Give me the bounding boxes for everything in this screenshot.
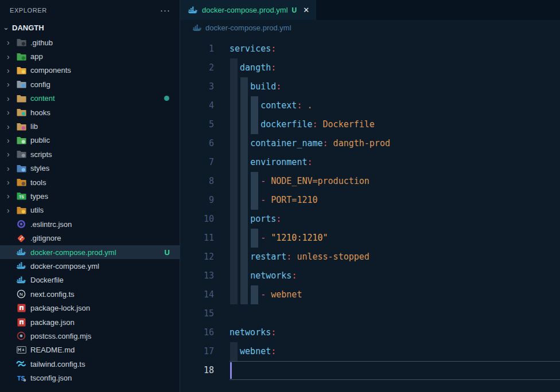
breadcrumb[interactable]: docker-compose.prod.yml xyxy=(180,20,560,36)
line-number[interactable]: 12 xyxy=(180,248,214,266)
line-text[interactable]: build: xyxy=(230,77,281,96)
tree-item-styles[interactable]: › styles xyxy=(0,162,180,175)
line-number[interactable]: 13 xyxy=(180,266,214,285)
line-number[interactable]: 16 xyxy=(180,323,214,342)
chevron-right-icon: › xyxy=(7,108,16,116)
folder-app-icon xyxy=(16,52,26,61)
code-line-16[interactable]: 16networks: xyxy=(180,323,560,342)
line-number[interactable]: 8 xyxy=(180,172,214,191)
code-line-17[interactable]: 17 webnet: xyxy=(180,342,560,361)
code-line-5[interactable]: 5 dockerfile: Dockerfile xyxy=(180,115,560,134)
close-icon[interactable]: ✕ xyxy=(303,6,309,14)
tree-item-label: README.md xyxy=(30,346,180,354)
tree-item-tailwind-config-ts[interactable]: tailwind.config.ts xyxy=(0,357,180,371)
tree-item-utils[interactable]: › utils xyxy=(0,203,180,217)
tree-item-next-config-ts[interactable]: Nnext.config.ts xyxy=(0,287,180,301)
chevron-right-icon: › xyxy=(7,53,16,61)
line-number[interactable]: 18 xyxy=(180,361,214,380)
chevron-down-icon: ⌄ xyxy=(3,23,12,32)
code-editor[interactable]: 1services:2 dangth:3 build:4 context: .5… xyxy=(180,36,560,392)
code-line-18[interactable]: 18 xyxy=(180,361,560,380)
tree-item-eslintrc-json[interactable]: .eslintrc.json xyxy=(0,217,180,231)
line-number[interactable]: 15 xyxy=(180,304,214,323)
tree-item-package-json[interactable]: package.json xyxy=(0,315,180,329)
root-folder-row[interactable]: ⌄ DANGTH xyxy=(0,21,180,35)
docker-whale-icon xyxy=(16,248,26,257)
explorer-more-actions-icon[interactable]: ··· xyxy=(160,7,170,13)
line-number[interactable]: 10 xyxy=(180,210,214,229)
line-text[interactable]: networks: xyxy=(230,266,297,285)
line-text[interactable]: services: xyxy=(230,40,276,58)
line-text[interactable]: webnet: xyxy=(230,342,276,361)
tree-item-tsconfig-json[interactable]: TStsconfig.json xyxy=(0,371,180,385)
line-number[interactable]: 5 xyxy=(180,115,214,134)
code-line-4[interactable]: 4 context: . xyxy=(180,96,560,115)
tree-item-label: docker-compose.prod.yml xyxy=(30,248,165,257)
code-line-9[interactable]: 9 - PORT=1210 xyxy=(180,191,560,210)
tree-item-docker-compose-prod-yml[interactable]: docker-compose.prod.ymlU xyxy=(0,245,180,259)
code-line-1[interactable]: 1services: xyxy=(180,40,560,58)
tree-item-readme-md[interactable]: README.md xyxy=(0,343,180,357)
folder-content-icon xyxy=(16,94,26,103)
line-text[interactable]: restart: unless-stopped xyxy=(230,248,370,266)
code-line-8[interactable]: 8 - NODE_ENV=production xyxy=(180,172,560,191)
line-number[interactable]: 6 xyxy=(180,134,214,153)
tree-item-config[interactable]: › config xyxy=(0,77,180,91)
tree-item-github[interactable]: › .github xyxy=(0,36,180,49)
tree-item-hooks[interactable]: › hooks xyxy=(0,105,180,119)
tree-item-scripts[interactable]: › scripts xyxy=(0,147,180,161)
tree-item-label: types xyxy=(30,192,180,201)
line-number[interactable]: 2 xyxy=(180,58,214,77)
line-text[interactable]: - webnet xyxy=(230,285,302,304)
line-number[interactable]: 14 xyxy=(180,285,214,304)
code-line-6[interactable]: 6 container_name: dangth-prod xyxy=(180,134,560,153)
tree-item-gitignore[interactable]: .gitignore xyxy=(0,231,180,245)
code-line-7[interactable]: 7 environment: xyxy=(180,153,560,172)
tree-item-dockerfile[interactable]: Dockerfile xyxy=(0,273,180,287)
line-number[interactable]: 4 xyxy=(180,96,214,115)
line-text[interactable]: - NODE_ENV=production xyxy=(230,172,370,191)
tree-item-postcss-config-mjs[interactable]: postcss.config.mjs xyxy=(0,329,180,343)
tree-item-label: config xyxy=(30,80,180,89)
code-line-15[interactable]: 15 xyxy=(180,304,560,323)
git-icon xyxy=(16,234,26,243)
tab-docker-compose-prod-yml[interactable]: docker-compose.prod.yml U ✕ xyxy=(180,0,316,20)
tree-item-app[interactable]: › app xyxy=(0,49,180,63)
tree-item-public[interactable]: › public xyxy=(0,134,180,147)
tree-item-docker-compose-yml[interactable]: docker-compose.yml xyxy=(0,259,180,273)
line-number[interactable]: 7 xyxy=(180,153,214,172)
code-line-12[interactable]: 12 restart: unless-stopped xyxy=(180,248,560,266)
line-number[interactable]: 1 xyxy=(180,40,214,58)
code-line-2[interactable]: 2 dangth: xyxy=(180,58,560,77)
line-text[interactable]: - "1210:1210" xyxy=(230,229,328,248)
line-text[interactable]: - PORT=1210 xyxy=(230,191,318,210)
line-text[interactable]: networks: xyxy=(230,323,276,342)
tree-item-tools[interactable]: › tools xyxy=(0,175,180,189)
line-text[interactable]: dangth: xyxy=(230,58,276,77)
tree-item-components[interactable]: › components xyxy=(0,64,180,77)
line-text[interactable]: dockerfile: Dockerfile xyxy=(230,115,375,134)
line-text[interactable]: context: . xyxy=(230,96,313,115)
code-line-10[interactable]: 10 ports: xyxy=(180,210,560,229)
line-number[interactable]: 11 xyxy=(180,229,214,248)
line-text[interactable]: ports: xyxy=(230,210,281,229)
code-line-3[interactable]: 3 build: xyxy=(180,77,560,96)
tree-item-content[interactable]: › content xyxy=(0,92,180,105)
line-number[interactable]: 3 xyxy=(180,77,214,96)
code-line-13[interactable]: 13 networks: xyxy=(180,266,560,285)
code-line-11[interactable]: 11 - "1210:1210" xyxy=(180,229,560,248)
tree-item-label: next.config.ts xyxy=(30,290,180,299)
tree-item-types[interactable]: › TS types xyxy=(0,189,180,203)
line-number[interactable]: 9 xyxy=(180,191,214,210)
line-number[interactable]: 17 xyxy=(180,342,214,361)
explorer-title: EXPLORER xyxy=(10,7,47,14)
text-cursor xyxy=(230,362,232,379)
folder-components-icon xyxy=(16,66,26,75)
tree-item-label: tools xyxy=(30,178,180,187)
tree-item-lib[interactable]: › lib xyxy=(0,119,180,133)
tree-item-package-lock-json[interactable]: package-lock.json xyxy=(0,301,180,315)
code-line-14[interactable]: 14 - webnet xyxy=(180,285,560,304)
line-text[interactable]: environment: xyxy=(230,153,313,172)
line-text[interactable]: container_name: dangth-prod xyxy=(230,134,390,153)
tab-strip: docker-compose.prod.yml U ✕ xyxy=(180,0,560,20)
